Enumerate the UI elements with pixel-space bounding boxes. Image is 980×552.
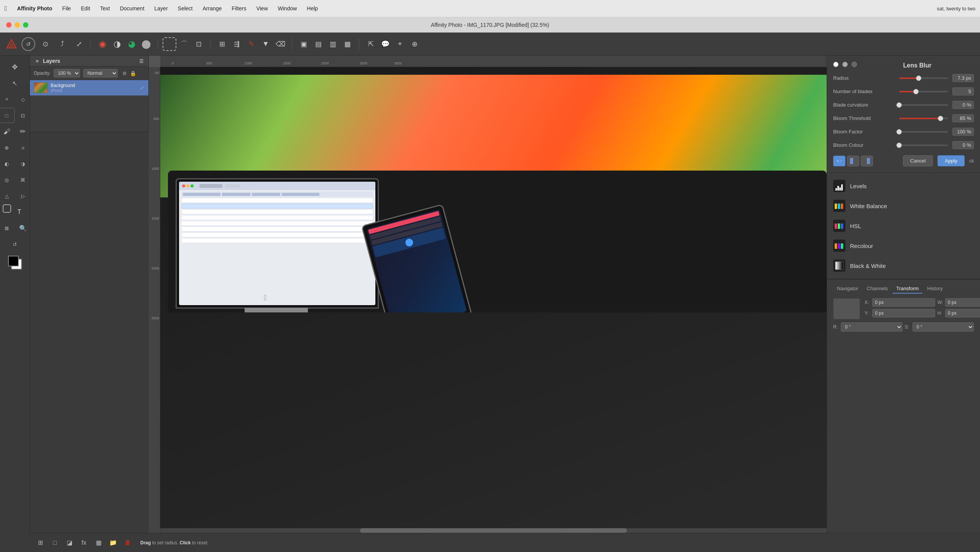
burn-tool[interactable]: ◑ <box>15 156 31 171</box>
document-menu[interactable]: Document <box>118 5 146 12</box>
transform-tool[interactable]: ⊡ <box>15 108 31 123</box>
extra1-btn[interactable]: ⇱ <box>364 37 378 51</box>
delete-btn[interactable]: 🗑 <box>122 537 133 549</box>
tone-btn[interactable]: ⬤ <box>139 37 153 51</box>
snap-btn[interactable]: ⊞ <box>215 37 229 51</box>
pen-tool[interactable]: △ <box>0 188 15 204</box>
foreground-color[interactable] <box>8 256 19 266</box>
dropper-btn[interactable]: ▼ <box>259 37 273 51</box>
bloom-threshold-thumb[interactable] <box>938 116 943 121</box>
transform2-tool[interactable]: ↺ <box>7 237 23 252</box>
affinity-logo-btn[interactable] <box>5 37 18 51</box>
layer-mode-btn[interactable]: □ <box>49 537 61 549</box>
clone-tool[interactable]: ⊕ <box>0 140 15 155</box>
zoom-tool[interactable]: 🔍 <box>15 220 31 236</box>
node-tool[interactable]: ◇ <box>15 92 31 107</box>
move-tool[interactable]: ✥ <box>7 59 23 75</box>
arrange-menu[interactable]: Arrange <box>201 5 223 12</box>
opacity-input[interactable]: 100 % <box>54 69 80 77</box>
radius-thumb[interactable] <box>916 76 921 81</box>
blend-mode-select[interactable]: Normal Multiply Screen <box>83 69 118 77</box>
maximize-button[interactable] <box>23 22 28 28</box>
group-btn[interactable]: ▦ <box>93 537 104 549</box>
w-input[interactable] <box>945 298 980 307</box>
lasso-btn[interactable]: ⌒ <box>177 37 191 51</box>
layer-lock-icon[interactable]: 🔒 <box>130 71 136 76</box>
x-input[interactable] <box>872 298 935 307</box>
extra3-btn[interactable]: ⌖ <box>393 37 407 51</box>
back-link[interactable]: ck <box>969 158 974 164</box>
help-menu[interactable]: Help <box>305 5 319 12</box>
radius-slider[interactable] <box>899 77 948 79</box>
folder-btn[interactable]: 📁 <box>107 537 119 549</box>
filter-hsl[interactable]: HSL <box>827 216 980 236</box>
apply-button[interactable]: Apply <box>937 155 965 166</box>
hsl-btn[interactable]: ◕ <box>125 37 138 51</box>
s-input[interactable]: 0 ° <box>913 322 974 332</box>
blades-slider[interactable] <box>899 91 948 92</box>
curvature-thumb[interactable] <box>896 102 902 108</box>
filters-menu[interactable]: Filters <box>230 5 248 12</box>
y-input[interactable] <box>872 309 935 317</box>
vector-tool[interactable]: ▷ <box>15 188 31 204</box>
add-layer-btn[interactable]: ⊞ <box>35 537 46 549</box>
export-btn[interactable]: ⤴ <box>55 37 69 51</box>
view4-btn[interactable]: ▦ <box>340 37 354 51</box>
cancel-button[interactable]: Cancel <box>903 155 933 166</box>
pencil-tool[interactable]: ✏ <box>15 124 31 139</box>
crop-tool[interactable]: ⌗ <box>0 92 15 107</box>
paint-btn[interactable]: ✎ <box>244 37 258 51</box>
layers-options-icon[interactable]: ☰ <box>139 58 144 64</box>
view-btn-2[interactable] <box>847 156 859 166</box>
filter-levels[interactable]: Levels <box>827 176 980 196</box>
app-name-menu[interactable]: Affinity Photo <box>16 5 54 12</box>
tab-history[interactable]: History <box>923 284 946 294</box>
window-menu[interactable]: Window <box>276 5 299 12</box>
canvas-viewport[interactable]:  <box>160 67 827 533</box>
r-input[interactable]: 0 ° <box>841 322 903 332</box>
file-menu[interactable]: File <box>61 5 72 12</box>
fx-btn[interactable]: fx <box>78 537 90 549</box>
contrast-btn[interactable]: ◑ <box>110 37 124 51</box>
edit-menu[interactable]: Edit <box>79 5 92 12</box>
erase-btn[interactable]: ⌫ <box>273 37 287 51</box>
align-btn[interactable]: ⇶ <box>230 37 243 51</box>
bloom-threshold-slider[interactable] <box>899 118 948 119</box>
zoom-out-tool[interactable]: ⊠ <box>0 220 15 236</box>
scrollbar-thumb[interactable] <box>360 528 626 533</box>
minimize-button[interactable] <box>15 22 20 28</box>
paint-brush[interactable]: 🖌 <box>0 124 15 139</box>
blades-thumb[interactable] <box>913 89 919 94</box>
view1-btn[interactable]: ▣ <box>297 37 311 51</box>
filter-black-white[interactable]: Black & White <box>827 256 980 276</box>
layer-visibility-check[interactable]: ✓ <box>140 85 145 91</box>
dodge-tool[interactable]: ◐ <box>0 156 15 171</box>
rect-select-btn[interactable] <box>163 37 176 51</box>
share-btn[interactable]: ⤢ <box>72 37 86 51</box>
pointer-tool[interactable]: ↖ <box>7 76 23 91</box>
text-menu[interactable]: Text <box>99 5 112 12</box>
filter-white-balance[interactable]: White Balance <box>827 196 980 216</box>
mask-btn[interactable]: ◪ <box>64 537 75 549</box>
tab-navigator[interactable]: Navigator <box>833 284 862 294</box>
magic-btn[interactable]: ⊡ <box>192 37 206 51</box>
view-btn-1[interactable] <box>833 156 845 166</box>
layer-settings-icon[interactable]: ⚙ <box>122 71 127 76</box>
view-menu[interactable]: View <box>255 5 269 12</box>
color-wheel-btn[interactable]: ◉ <box>95 37 109 51</box>
bloom-colour-slider[interactable] <box>899 145 948 146</box>
h-input[interactable] <box>945 309 980 317</box>
view-btn-3[interactable] <box>861 156 873 166</box>
bloom-colour-thumb[interactable] <box>896 143 902 148</box>
horizontal-scrollbar[interactable] <box>160 528 827 533</box>
history-btn[interactable]: ↺ <box>21 37 35 51</box>
color-swatches[interactable] <box>8 256 22 269</box>
tab-channels[interactable]: Channels <box>863 284 892 294</box>
curvature-slider[interactable] <box>899 104 948 106</box>
tab-transform[interactable]: Transform <box>893 284 923 294</box>
close-button[interactable] <box>6 22 12 28</box>
heal-tool[interactable]: ⌾ <box>15 140 31 155</box>
filter-recolour[interactable]: Recolour <box>827 236 980 256</box>
develop-btn[interactable]: ⊙ <box>38 37 52 51</box>
layers-menu-icon[interactable]: ≡ <box>35 58 40 64</box>
